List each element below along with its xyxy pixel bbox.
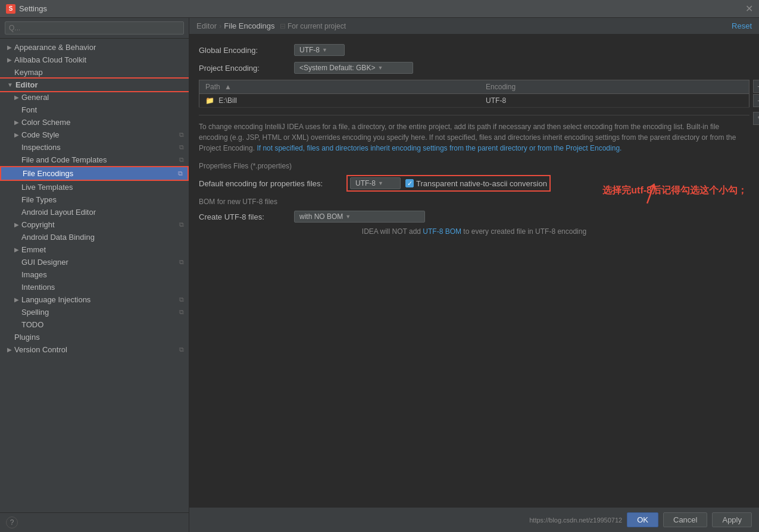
sidebar-item-label: Version Control xyxy=(14,345,67,354)
add-row-button[interactable]: + xyxy=(753,80,759,93)
sidebar-item-inspections[interactable]: ▶ Inspections ⧉ xyxy=(0,141,189,154)
copy-badge: ⧉ xyxy=(179,346,184,353)
sidebar-item-android-data-binding[interactable]: ▶ Android Data Binding xyxy=(0,231,189,243)
sidebar-item-label: Language Injections xyxy=(21,295,90,304)
project-encoding-dropdown[interactable]: <System Default: GBK> ▼ xyxy=(294,62,413,74)
app-icon: S xyxy=(6,4,15,14)
path-column-header[interactable]: Path ▲ xyxy=(199,80,480,94)
sidebar-item-file-types[interactable]: ▶ File Types xyxy=(0,193,189,206)
sidebar-item-code-style[interactable]: ▶ Code Style ⧉ xyxy=(0,129,189,141)
sidebar-item-label: Android Layout Editor xyxy=(21,208,96,217)
sidebar-item-version-control[interactable]: ▶ Version Control ⧉ xyxy=(0,343,189,356)
sidebar-item-intentions[interactable]: ▶ Intentions xyxy=(0,281,189,293)
expand-arrow: ▶ xyxy=(7,346,12,353)
sidebar-item-copyright[interactable]: ▶ Copyright ⧉ xyxy=(0,218,189,231)
sidebar-item-label: General xyxy=(21,93,49,102)
title-bar: S Settings ✕ xyxy=(0,0,759,18)
breadcrumb-current: File Encodings xyxy=(224,21,274,30)
folder-icon: 📁 xyxy=(205,96,214,105)
sidebar-item-label: Keymap xyxy=(14,68,43,77)
for-project-label: ⊟ For current project xyxy=(280,22,346,30)
sidebar-item-label: Images xyxy=(21,270,47,279)
sidebar-item-general[interactable]: ▶ General xyxy=(0,91,189,104)
sidebar-item-file-code-templates[interactable]: ▶ File and Code Templates ⧉ xyxy=(0,154,189,166)
dropdown-arrow-icon: ▼ xyxy=(322,47,327,53)
cancel-button[interactable]: Cancel xyxy=(663,512,707,527)
copy-badge: ⧉ xyxy=(179,131,184,139)
global-encoding-dropdown[interactable]: UTF-8 ▼ xyxy=(294,44,345,56)
sidebar-item-android-layout[interactable]: ▶ Android Layout Editor xyxy=(0,206,189,218)
sidebar-item-label: Intentions xyxy=(21,283,55,292)
sidebar-tree: ▶ Appearance & Behavior ▶ Alibaba Cloud … xyxy=(0,39,189,512)
encoding-cell: UTF-8 xyxy=(480,94,749,108)
help-button[interactable]: ? xyxy=(6,517,18,528)
reset-button[interactable]: Reset xyxy=(732,21,752,30)
close-button[interactable]: ✕ xyxy=(745,3,753,14)
sidebar-item-label: File Types xyxy=(21,195,57,204)
url-text: https://blog.csdn.net/z19950712 xyxy=(529,517,622,524)
sidebar-item-font[interactable]: ▶ Font xyxy=(0,104,189,116)
sidebar-item-images[interactable]: ▶ Images xyxy=(0,268,189,281)
bom-section-title: BOM for new UTF-8 files xyxy=(199,198,749,206)
content-area: Editor › File Encodings ⊟ For current pr… xyxy=(189,18,759,532)
sidebar-item-color-scheme[interactable]: ▶ Color Scheme xyxy=(0,116,189,129)
sidebar-item-label: Copyright xyxy=(21,220,55,229)
properties-section-title: Properties Files (*.properties) xyxy=(199,162,749,170)
expand-arrow: ▶ xyxy=(14,132,19,138)
table-side-buttons: + − ✎ xyxy=(753,80,759,125)
expand-arrow: ▶ xyxy=(14,296,19,303)
expand-arrow: ▼ xyxy=(7,82,13,88)
sidebar-item-label: Code Style xyxy=(21,130,60,139)
table-row[interactable]: 📁 E:\Bill UTF-8 xyxy=(199,94,749,108)
sidebar-item-file-encodings[interactable]: ▶ File Encodings ⧉ xyxy=(0,166,189,181)
copy-badge: ⧉ xyxy=(179,258,184,266)
sidebar-item-label: GUI Designer xyxy=(21,258,68,267)
project-encoding-label: Project Encoding: xyxy=(199,64,294,73)
sidebar-item-alibaba[interactable]: ▶ Alibaba Cloud Toolkit xyxy=(0,54,189,66)
sidebar-item-plugins[interactable]: ▶ Plugins xyxy=(0,331,189,343)
breadcrumb: Editor › File Encodings xyxy=(196,21,275,30)
sidebar-item-keymap[interactable]: ▶ Keymap xyxy=(0,66,189,79)
expand-arrow: ▶ xyxy=(14,94,19,101)
sidebar-item-editor[interactable]: ▼ Editor xyxy=(0,79,189,91)
sort-arrow-icon: ▲ xyxy=(224,83,232,91)
info-text: To change encoding IntelliJ IDEA uses fo… xyxy=(199,115,749,154)
ok-button[interactable]: OK xyxy=(627,512,658,527)
sidebar-item-appearance[interactable]: ▶ Appearance & Behavior xyxy=(0,41,189,54)
copy-badge: ⧉ xyxy=(179,221,184,229)
utf8-bom-link[interactable]: UTF-8 BOM xyxy=(423,227,461,236)
encoding-column-header[interactable]: Encoding xyxy=(480,80,749,94)
sidebar-item-label: File Encodings xyxy=(23,169,73,178)
sidebar-item-gui-designer[interactable]: ▶ GUI Designer ⧉ xyxy=(0,256,189,268)
sidebar-item-label: Color Scheme xyxy=(21,118,70,127)
encoding-highlight-box: UTF-8 ▼ Transparent native-to-ascii conv… xyxy=(346,175,551,192)
info-link: If not specified, files and directories … xyxy=(257,144,621,152)
edit-row-button[interactable]: ✎ xyxy=(753,112,759,125)
sidebar-item-label: Inspections xyxy=(21,143,61,152)
window-title: Settings xyxy=(19,4,47,13)
encoding-table-wrapper: Path ▲ Encoding 📁 xyxy=(199,80,749,108)
sidebar-item-label: Alibaba Cloud Toolkit xyxy=(14,55,86,64)
apply-button[interactable]: Apply xyxy=(712,512,752,527)
remove-row-button[interactable]: − xyxy=(753,94,759,107)
transparent-label: Transparent native-to-ascii conversion xyxy=(416,179,547,188)
sidebar-item-spelling[interactable]: ▶ Spelling ⧉ xyxy=(0,306,189,318)
bom-note: IDEA will NOT add UTF-8 BOM to every cre… xyxy=(199,227,749,236)
main-container: ▶ Appearance & Behavior ▶ Alibaba Cloud … xyxy=(0,18,759,532)
sidebar-item-emmet[interactable]: ▶ Emmet xyxy=(0,243,189,256)
expand-arrow: ▶ xyxy=(14,246,19,253)
props-encoding-dropdown[interactable]: UTF-8 ▼ xyxy=(350,177,401,189)
bottom-bar: https://blog.csdn.net/z19950712 OK Cance… xyxy=(189,507,759,532)
default-encoding-label: Default encoding for properties files: xyxy=(199,179,342,188)
create-utf8-dropdown[interactable]: with NO BOM ▼ xyxy=(294,211,425,223)
copy-badge: ⧉ xyxy=(178,170,183,177)
search-input[interactable] xyxy=(5,21,184,35)
dropdown-arrow-icon: ▼ xyxy=(378,180,383,186)
breadcrumb-bar: Editor › File Encodings ⊟ For current pr… xyxy=(189,18,759,35)
copy-badge: ⧉ xyxy=(179,156,184,164)
sidebar-item-todo[interactable]: ▶ TODO xyxy=(0,318,189,331)
transparent-checkbox[interactable] xyxy=(405,179,414,187)
sidebar-item-lang-injections[interactable]: ▶ Language Injections ⧉ xyxy=(0,293,189,306)
breadcrumb-separator: › xyxy=(219,21,221,30)
sidebar-item-live-templates[interactable]: ▶ Live Templates xyxy=(0,181,189,193)
